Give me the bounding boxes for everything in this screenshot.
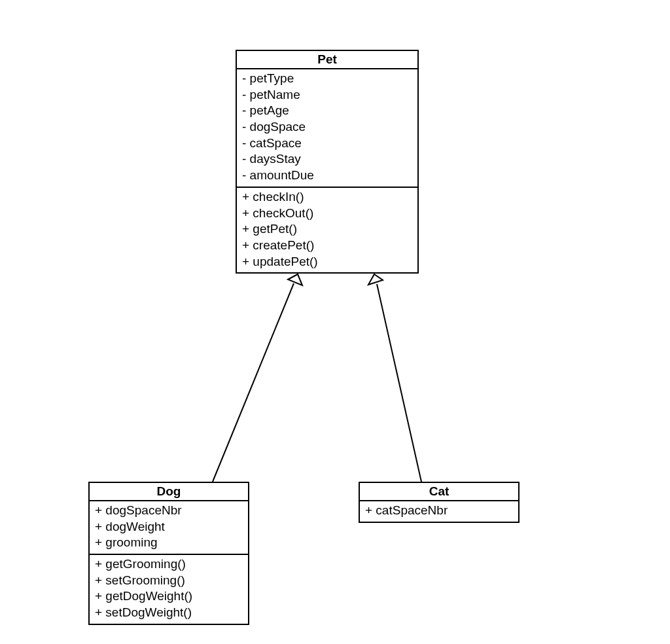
attribute: - dogSpace <box>242 119 412 135</box>
attribute: - catSpace <box>242 135 412 152</box>
inheritance-dog-to-pet <box>213 274 302 482</box>
svg-line-2 <box>377 284 421 482</box>
svg-marker-3 <box>368 274 383 285</box>
class-pet-methods: + checkIn() + checkOut() + getPet() + cr… <box>237 188 417 272</box>
method: + getDogWeight() <box>95 588 243 605</box>
svg-marker-1 <box>288 274 302 285</box>
method: + checkIn() <box>242 189 412 206</box>
attribute: + dogSpaceNbr <box>95 503 243 519</box>
class-cat: Cat + catSpaceNbr <box>359 482 520 523</box>
class-cat-attributes: + catSpaceNbr <box>360 501 518 522</box>
method: + getPet() <box>242 221 412 238</box>
attribute: - petAge <box>242 103 412 119</box>
class-dog: Dog + dogSpaceNbr + dogWeight + grooming… <box>88 482 249 625</box>
attribute: + grooming <box>95 535 243 551</box>
class-pet: Pet - petType - petName - petAge - dogSp… <box>236 50 419 274</box>
method: + setDogWeight() <box>95 605 243 621</box>
attribute: - petName <box>242 87 412 103</box>
attribute: - daysStay <box>242 151 412 168</box>
method: + checkOut() <box>242 206 412 222</box>
class-dog-attributes: + dogSpaceNbr + dogWeight + grooming <box>90 501 248 555</box>
inheritance-cat-to-pet <box>368 274 421 482</box>
attribute: + catSpaceNbr <box>365 503 513 519</box>
method: + updatePet() <box>242 254 412 270</box>
class-pet-name: Pet <box>237 51 417 69</box>
svg-line-0 <box>213 283 294 482</box>
class-cat-name: Cat <box>360 483 518 501</box>
class-dog-name: Dog <box>90 483 248 501</box>
method: + setGrooming() <box>95 573 243 589</box>
class-pet-attributes: - petType - petName - petAge - dogSpace … <box>237 69 417 188</box>
class-dog-methods: + getGrooming() + setGrooming() + getDog… <box>90 555 248 624</box>
attribute: + dogWeight <box>95 519 243 535</box>
method: + getGrooming() <box>95 556 243 573</box>
method: + createPet() <box>242 238 412 254</box>
attribute: - amountDue <box>242 168 412 184</box>
attribute: - petType <box>242 71 412 87</box>
